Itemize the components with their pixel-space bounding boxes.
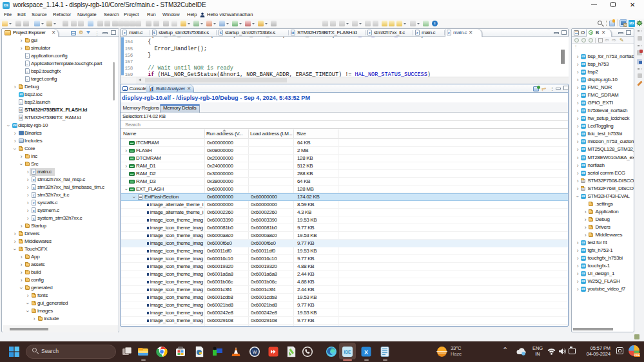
svg-text:X: X: [364, 349, 368, 356]
svg-text:IDE: IDE: [344, 350, 352, 354]
svg-text:PRE: PRE: [634, 354, 640, 357]
svg-text:W: W: [253, 350, 257, 354]
